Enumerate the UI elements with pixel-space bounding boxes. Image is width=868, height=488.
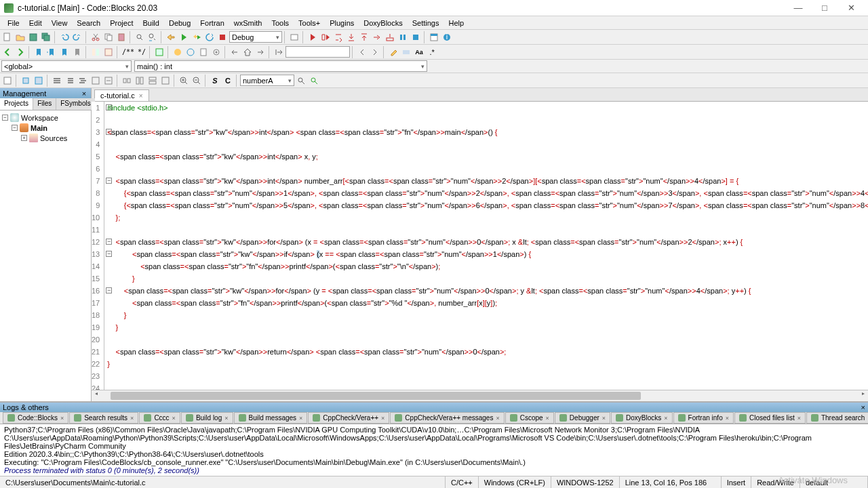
close-button[interactable]: ✕ [838, 1, 864, 15]
log-tab[interactable]: Fortran info × [673, 412, 734, 424]
collapse-icon[interactable]: − [12, 125, 18, 131]
menu-edit[interactable]: Edit [24, 18, 47, 28]
log-tab[interactable]: CppCheck/Vera++ × [308, 412, 389, 424]
minimize-button[interactable]: — [785, 1, 811, 15]
goto-decl-icon[interactable] [295, 75, 307, 87]
next-instr-icon[interactable] [371, 31, 383, 43]
doxy-chm-icon[interactable] [197, 46, 210, 58]
menu-help[interactable]: Help [443, 18, 469, 28]
source-fmt-icon[interactable]: S [209, 75, 221, 87]
run-to-cursor-icon[interactable] [319, 31, 332, 43]
goto-impl-icon[interactable] [308, 75, 320, 87]
refresh-parse-icon[interactable]: C [222, 75, 234, 87]
tree-project[interactable]: − Main [2, 123, 89, 133]
save-icon[interactable] [27, 31, 39, 43]
file-tab-close-icon[interactable]: × [139, 92, 143, 100]
build-icon[interactable] [165, 31, 177, 43]
bookmark-toggle-icon[interactable] [33, 46, 45, 58]
unfold-all-icon[interactable] [159, 75, 172, 87]
jump-home-icon[interactable] [241, 46, 254, 58]
management-close-icon[interactable]: × [80, 89, 88, 98]
debug-windows-icon[interactable] [428, 31, 440, 43]
abort-icon[interactable] [216, 31, 229, 43]
scope-combo-left[interactable]: <global> [1, 60, 132, 72]
diff-icon[interactable] [90, 46, 102, 58]
doxy-config-icon[interactable] [210, 46, 222, 58]
log-tab[interactable]: Build messages × [234, 412, 308, 424]
save-all-icon[interactable] [40, 31, 52, 43]
info-icon[interactable]: i [441, 31, 453, 43]
menu-fortran[interactable]: Fortran [195, 18, 229, 28]
horizontal-scrollbar[interactable]: ◂ ▸ [92, 390, 868, 401]
bookmark-clear-icon[interactable] [71, 46, 83, 58]
step-into-icon[interactable] [345, 31, 357, 43]
build-target-combo[interactable]: Debug [229, 31, 282, 43]
debug-run-icon[interactable] [307, 31, 319, 43]
jump-fwd-icon[interactable] [254, 46, 267, 58]
tab-fsymbols[interactable]: FSymbols [56, 98, 94, 110]
inc-fwd-icon[interactable] [369, 46, 381, 58]
tree-sources[interactable]: + Sources [2, 133, 89, 143]
tab-projects[interactable]: Projects [0, 98, 33, 110]
selected-text-icon[interactable] [400, 46, 412, 58]
menu-file[interactable]: File [3, 18, 24, 28]
menu-doxyblocks[interactable]: DoxyBlocks [359, 18, 407, 28]
log-tab[interactable]: Cccc × [139, 412, 180, 424]
inc-back-icon[interactable] [356, 46, 368, 58]
log-tab[interactable]: Debugger × [555, 412, 610, 424]
zoom-out-icon[interactable] [191, 75, 203, 87]
scope-combo-right[interactable]: main() : int [134, 60, 427, 72]
build-run-icon[interactable] [191, 31, 203, 43]
jump-back-icon[interactable] [229, 46, 241, 58]
step-out-icon[interactable] [358, 31, 370, 43]
log-tab[interactable]: Code::Blocks × [3, 412, 68, 424]
paste-icon[interactable] [115, 31, 127, 43]
break-debugger-icon[interactable] [397, 31, 409, 43]
last-jump-icon[interactable] [273, 46, 285, 58]
fold-all-icon[interactable] [146, 75, 159, 87]
collapse-icon[interactable]: − [2, 115, 8, 121]
redo-icon[interactable] [71, 31, 83, 43]
doxy-gen-icon[interactable] [153, 46, 165, 58]
log-tab[interactable]: Closed files list × [734, 412, 806, 424]
forward-icon[interactable] [14, 46, 26, 58]
back-icon[interactable] [1, 46, 14, 58]
log-tab[interactable]: Cscope × [505, 412, 554, 424]
code-area[interactable]: #include <stdio.h><span class=<span clas… [104, 102, 868, 390]
bookmark-next-icon[interactable] [58, 46, 71, 58]
zoom-in-icon[interactable] [178, 75, 190, 87]
maximize-button[interactable]: □ [812, 1, 837, 15]
target-icon[interactable] [288, 31, 300, 43]
menu-settings[interactable]: Settings [408, 18, 444, 28]
menu-debug[interactable]: Debug [164, 18, 195, 28]
log-tab[interactable]: Thread search × [806, 412, 868, 424]
step-into-instr-icon[interactable] [384, 31, 396, 43]
fold-icon[interactable] [121, 75, 133, 87]
ws-indent2-icon[interactable] [77, 75, 89, 87]
menu-view[interactable]: View [47, 18, 73, 28]
menu-project[interactable]: Project [105, 18, 138, 28]
next-line-icon[interactable] [332, 31, 344, 43]
match-case-icon[interactable]: Aa [413, 46, 425, 58]
log-tab[interactable]: Search results × [69, 412, 138, 424]
tree-workspace[interactable]: − Workspace [2, 113, 89, 123]
undo-icon[interactable] [58, 31, 71, 43]
file-tab-active[interactable]: c-tutorial.c × [94, 89, 149, 101]
bookmark-prev-icon[interactable] [45, 46, 58, 58]
highlight-icon[interactable] [387, 46, 399, 58]
logs-close-icon[interactable]: × [861, 403, 865, 411]
sel-all-icon[interactable] [33, 75, 45, 87]
run-icon[interactable] [178, 31, 190, 43]
cut-icon[interactable] [90, 31, 102, 43]
new-file-icon[interactable] [1, 31, 14, 43]
menu-wxsmith[interactable]: wxSmith [229, 18, 267, 28]
symbol-combo[interactable]: numberA [240, 75, 294, 86]
log-body[interactable]: Python37;C:\Program Files (x86)\Common F… [0, 424, 868, 476]
menu-build[interactable]: Build [138, 18, 163, 28]
sel-block-icon[interactable] [20, 75, 32, 87]
stop-debugger-icon[interactable] [410, 31, 422, 43]
ws-uncomment-icon[interactable] [102, 75, 115, 87]
log-tab[interactable]: DoxyBlocks × [611, 412, 673, 424]
unfold-icon[interactable] [134, 75, 146, 87]
doxy-run-icon[interactable] [172, 46, 184, 58]
